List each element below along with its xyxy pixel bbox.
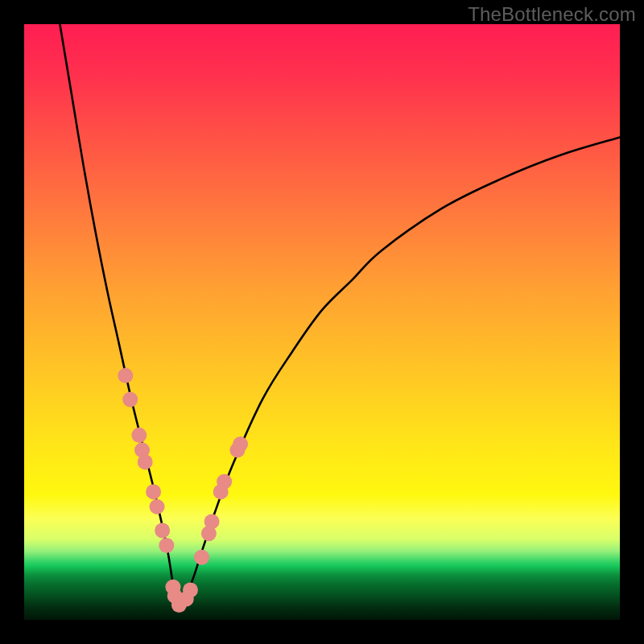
curve-left-arm <box>60 24 179 608</box>
curve-right-arm <box>179 138 620 609</box>
data-point <box>183 583 198 598</box>
data-point <box>155 523 170 539</box>
data-point <box>194 550 209 565</box>
curves-svg <box>24 24 620 620</box>
data-point <box>159 538 174 553</box>
data-point <box>233 436 248 452</box>
data-point <box>118 368 133 383</box>
data-point <box>150 499 165 514</box>
data-point <box>146 484 161 499</box>
data-point <box>122 392 138 407</box>
watermark-text: TheBottleneck.com <box>468 3 636 26</box>
data-point <box>138 454 153 469</box>
data-point <box>131 427 147 443</box>
data-point <box>217 474 232 489</box>
data-point <box>204 514 220 529</box>
chart-frame: TheBottleneck.com <box>0 0 644 644</box>
plot-area <box>24 24 620 620</box>
